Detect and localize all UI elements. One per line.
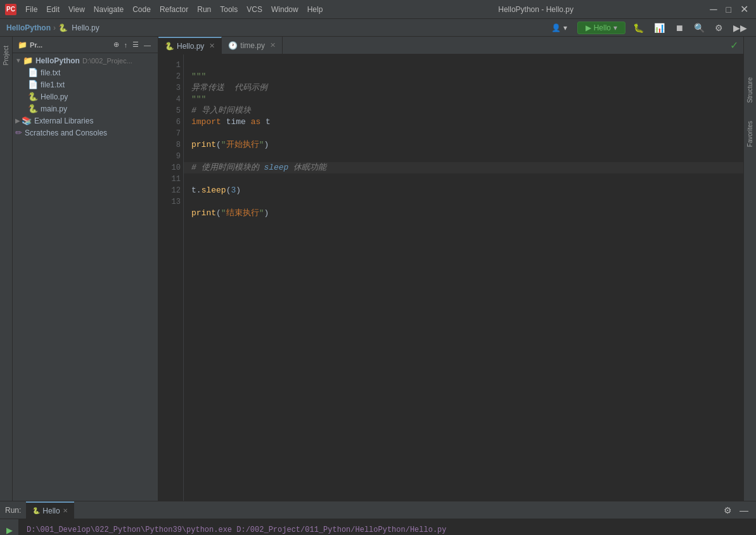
right-side-labels: Structure Favorites (743, 37, 756, 501)
search-button[interactable]: 🔍 (691, 22, 707, 34)
close-button[interactable]: ✕ (738, 4, 751, 15)
menu-help[interactable]: Help (304, 4, 327, 15)
window-controls: ─ □ ✕ (707, 4, 751, 15)
tab-time-icon: 🕐 (228, 41, 238, 50)
panel-actions: ⊕ ↑ ☰ — (112, 40, 153, 49)
editor-area: 🐍 Hello.py ✕ 🕐 time.py ✕ ✓ 1 2 3 4 5 6 7… (158, 37, 743, 501)
run-toolbar-play[interactable]: ▶ (3, 523, 16, 535)
tree-scratches[interactable]: ✏ Scratches and Consoles (13, 127, 158, 139)
line-numbers: 1 2 3 4 5 6 7 8 9 10 11 12 13 (158, 54, 184, 501)
checkmark-icon: ✓ (730, 39, 738, 51)
panel-btn-2[interactable]: ↑ (122, 40, 130, 49)
app-logo: PC (5, 4, 16, 15)
code-editor[interactable]: 1 2 3 4 5 6 7 8 9 10 11 12 13 """ 异常传送 代… (158, 54, 743, 501)
panel-btn-4[interactable]: — (142, 40, 153, 49)
tree-file-main[interactable]: 🐍 main.py (13, 103, 158, 115)
tree-file-hello[interactable]: 🐍 Hello.py (13, 91, 158, 103)
user-icon[interactable]: 👤 ▾ (551, 23, 567, 32)
breadcrumb-separator: › (53, 23, 56, 32)
bottom-panel: Run: 🐍 Hello ✕ ⚙ — ▶ ▲ 🔧 ▼ ⏹ ≡ 🖨 🗑 D:\00… (0, 501, 756, 535)
menu-window[interactable]: Window (267, 4, 302, 15)
structure-side-label[interactable]: Structure (745, 75, 755, 106)
run-tab-icon: 🐍 (32, 507, 40, 514)
tab-py-icon: 🐍 (165, 42, 174, 51)
run-tab-close[interactable]: ✕ (63, 507, 68, 514)
run-command: D:\001_Develop\022_Python\Python39\pytho… (27, 524, 748, 535)
panel-header: 📁 Pr... ⊕ ↑ ☰ — (13, 37, 158, 53)
panel-btn-1[interactable]: ⊕ (112, 40, 121, 49)
title-bar: PC File Edit View Navigate Code Refactor… (0, 0, 756, 19)
favorites-side-label[interactable]: Favorites (745, 118, 755, 149)
code-content[interactable]: """ 异常传送 代码示例 """ # 导入时间模块 import time a… (184, 54, 743, 501)
menu-bar: File Edit View Navigate Code Refactor Ru… (22, 4, 364, 15)
editor-tabs: 🐍 Hello.py ✕ 🕐 time.py ✕ ✓ (158, 37, 743, 54)
coverage-button[interactable]: 📊 (651, 22, 667, 34)
breadcrumb-bar: HelloPython › 🐍 Hello.py 👤 ▾ ▶ Hello ▾ 🐛… (0, 19, 756, 37)
run-button[interactable]: ▶ Hello ▾ (577, 22, 625, 34)
run-icon: ▶ (586, 23, 591, 32)
menu-file[interactable]: File (22, 4, 41, 15)
nav-button[interactable]: ▶▶ (731, 22, 750, 34)
bottom-settings-icon[interactable]: ⚙ (721, 504, 734, 517)
menu-vcs[interactable]: VCS (243, 4, 266, 15)
panel-btn-3[interactable]: ☰ (131, 40, 141, 49)
window-title: HelloPython - Hello.py (364, 5, 707, 14)
breadcrumb: HelloPython › 🐍 Hello.py (6, 23, 99, 32)
run-toolbar: ▶ ▲ 🔧 ▼ ⏹ ≡ 🖨 🗑 (0, 519, 19, 535)
tab-close-time[interactable]: ✕ (270, 41, 276, 49)
tab-time-py[interactable]: 🕐 time.py ✕ (222, 37, 283, 54)
tree-external-libs[interactable]: ▶ 📚 External Libraries (13, 115, 158, 127)
tree-file-txt[interactable]: 📄 file.txt (13, 66, 158, 79)
menu-navigate[interactable]: Navigate (90, 4, 127, 15)
minimize-button[interactable]: ─ (707, 4, 719, 15)
breadcrumb-project[interactable]: HelloPython (6, 23, 51, 32)
tab-close-hello[interactable]: ✕ (209, 42, 215, 50)
tree-file-txt1[interactable]: 📄 file1.txt (13, 79, 158, 91)
panel-title: Pr... (30, 41, 42, 49)
project-side-label[interactable]: Project (1, 43, 11, 68)
breadcrumb-file[interactable]: 🐍 Hello.py (58, 23, 99, 32)
settings-button[interactable]: ⚙ (712, 22, 726, 34)
tab-hello-py[interactable]: 🐍 Hello.py ✕ (158, 37, 222, 54)
run-panel-content: ▶ ▲ 🔧 ▼ ⏹ ≡ 🖨 🗑 D:\001_Develop\022_Pytho… (0, 519, 756, 535)
panel-icon: 📁 (18, 41, 27, 49)
project-panel: 📁 Pr... ⊕ ↑ ☰ — ▼ 📁 HelloPython D:\002_P… (13, 37, 158, 501)
stop-button[interactable]: ⏹ (672, 22, 686, 34)
run-label: Run: (0, 501, 26, 519)
bottom-minimize-icon[interactable]: — (737, 504, 751, 517)
run-tab-hello[interactable]: 🐍 Hello ✕ (26, 501, 74, 519)
restore-button[interactable]: □ (724, 5, 734, 14)
bottom-panel-actions: ⚙ — (721, 504, 756, 517)
menu-refactor[interactable]: Refactor (156, 4, 192, 15)
left-side-labels: Project (0, 37, 13, 501)
tree-root[interactable]: ▼ 📁 HelloPython D:\002_Projec... (13, 54, 158, 66)
run-output: D:\001_Develop\022_Python\Python39\pytho… (19, 519, 756, 535)
menu-code[interactable]: Code (129, 4, 155, 15)
menu-tools[interactable]: Tools (216, 4, 241, 15)
menu-run[interactable]: Run (193, 4, 215, 15)
breadcrumb-actions: 👤 ▾ ▶ Hello ▾ 🐛 📊 ⏹ 🔍 ⚙ ▶▶ (551, 22, 750, 34)
file-tree: ▼ 📁 HelloPython D:\002_Projec... 📄 file.… (13, 53, 158, 501)
bottom-panel-tabs: Run: 🐍 Hello ✕ ⚙ — (0, 501, 756, 519)
menu-edit[interactable]: Edit (42, 4, 63, 15)
debug-button[interactable]: 🐛 (631, 22, 646, 34)
menu-view[interactable]: View (65, 4, 89, 15)
